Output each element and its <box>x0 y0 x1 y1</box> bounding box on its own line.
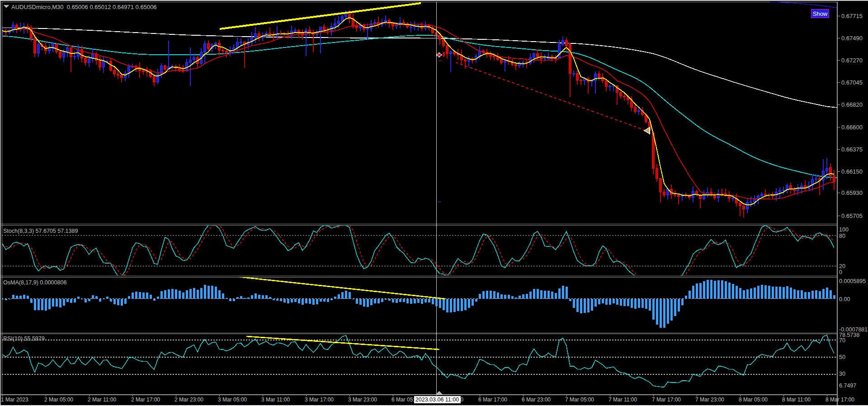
svg-text:6 Mar 17:00: 6 Mar 17:00 <box>478 397 507 403</box>
svg-text:0.65705: 0.65705 <box>841 212 863 219</box>
svg-text:8 Mar 11:00: 8 Mar 11:00 <box>782 397 811 403</box>
svg-text:20: 20 <box>839 263 845 269</box>
svg-text:8 Mar 05:00: 8 Mar 05:00 <box>739 397 768 403</box>
svg-text:0.66150: 0.66150 <box>841 168 863 175</box>
svg-text:2023.03.06 11:00: 2023.03.06 11:00 <box>415 397 459 403</box>
svg-text:6 Mar 23:00: 6 Mar 23:00 <box>522 397 551 403</box>
svg-text:Show: Show <box>813 10 828 17</box>
svg-text:30: 30 <box>839 371 845 377</box>
svg-text:2 Mar 05:00: 2 Mar 05:00 <box>44 397 73 403</box>
svg-text:7 Mar 05:00: 7 Mar 05:00 <box>565 397 594 403</box>
svg-text:0.65930: 0.65930 <box>841 189 863 196</box>
svg-text:0.0005895: 0.0005895 <box>839 278 866 284</box>
svg-text:3 Mar 17:00: 3 Mar 17:00 <box>305 397 334 403</box>
svg-text:0.66375: 0.66375 <box>841 146 863 153</box>
svg-text:1 Mar 2023: 1 Mar 2023 <box>1 397 28 403</box>
svg-text:0.67045: 0.67045 <box>841 79 863 86</box>
svg-text:0.66600: 0.66600 <box>841 124 863 131</box>
svg-text:0.67715: 0.67715 <box>841 13 863 19</box>
svg-text:0.67490: 0.67490 <box>841 35 863 42</box>
svg-text:7 Mar 11:00: 7 Mar 11:00 <box>609 397 637 403</box>
svg-text:0: 0 <box>839 269 842 275</box>
svg-text:7 Mar 23:00: 7 Mar 23:00 <box>695 397 724 403</box>
svg-text:7 Mar 17:00: 7 Mar 17:00 <box>652 397 681 403</box>
svg-text:0.66820: 0.66820 <box>841 101 863 108</box>
svg-text:8 Mar 17:00: 8 Mar 17:00 <box>826 397 854 403</box>
svg-text:Stoch(8,3,3) 57.6705 57.1389: Stoch(8,3,3) 57.6705 57.1389 <box>3 228 78 234</box>
svg-text:3 Mar 11:00: 3 Mar 11:00 <box>261 397 290 403</box>
svg-text:2 Mar 11:00: 2 Mar 11:00 <box>88 397 116 403</box>
svg-text:6.7497: 6.7497 <box>839 382 856 389</box>
svg-text:100: 100 <box>839 227 849 233</box>
svg-text:RSI(10) 55.5979: RSI(10) 55.5979 <box>3 335 45 342</box>
svg-text:0.67270: 0.67270 <box>841 57 863 64</box>
svg-text:70: 70 <box>839 337 845 344</box>
svg-text:AUDUSDmicro,M30 0.65006 0.650: AUDUSDmicro,M30 0.65006 0.65012 0.64971 … <box>11 4 157 10</box>
svg-text:0.00: 0.00 <box>839 296 850 302</box>
svg-text:2 Mar 23:00: 2 Mar 23:00 <box>175 397 203 403</box>
svg-text:50: 50 <box>839 354 845 360</box>
svg-text:3 Mar 05:00: 3 Mar 05:00 <box>218 397 247 403</box>
svg-text:3 Mar 23:00: 3 Mar 23:00 <box>348 397 377 403</box>
svg-text:80: 80 <box>839 233 845 239</box>
svg-text:OsMA(8,17,9) 0.0000806: OsMA(8,17,9) 0.0000806 <box>3 279 66 286</box>
svg-text:2 Mar 17:00: 2 Mar 17:00 <box>131 397 160 403</box>
